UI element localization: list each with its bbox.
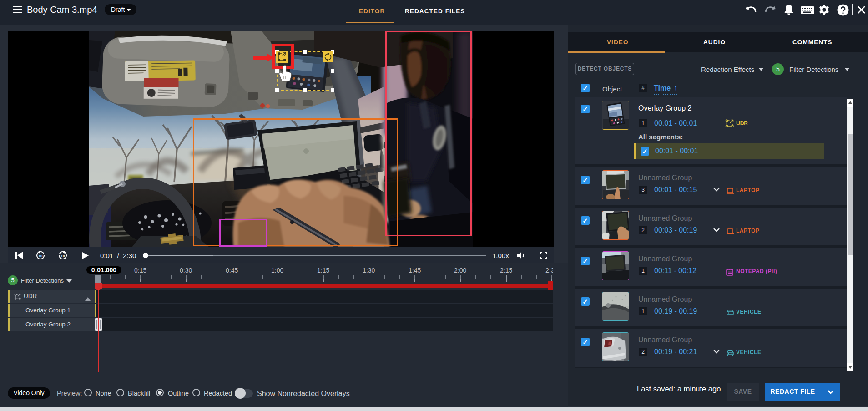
svg-text:10: 10 — [61, 254, 65, 258]
svg-text:10: 10 — [39, 254, 43, 258]
